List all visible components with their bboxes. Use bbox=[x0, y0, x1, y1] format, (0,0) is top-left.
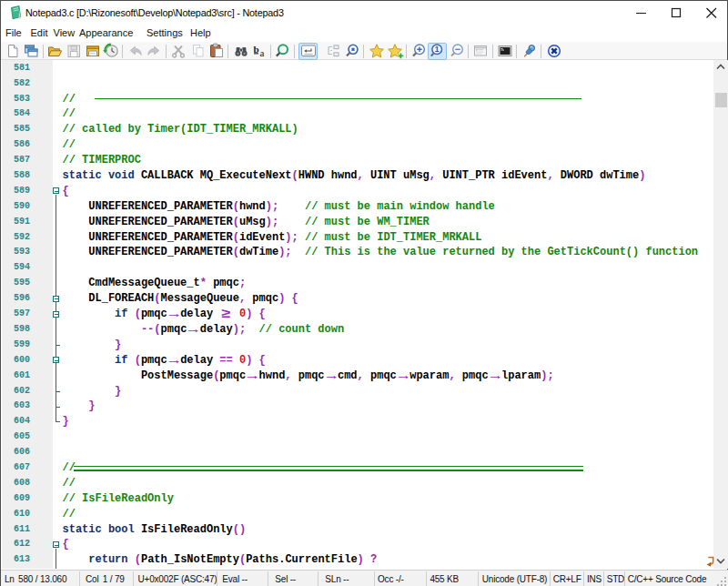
svg-text:b: b bbox=[253, 44, 258, 55]
svg-text:a: a bbox=[259, 47, 264, 58]
svg-text:1: 1 bbox=[434, 45, 439, 54]
